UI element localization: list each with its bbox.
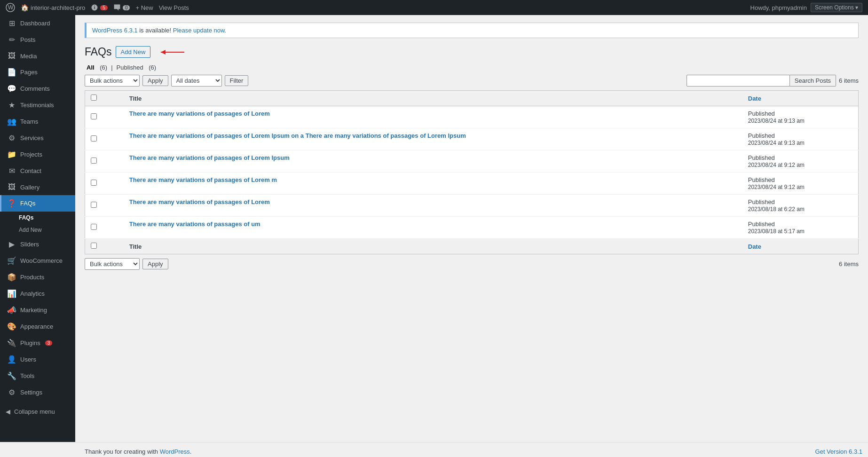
apply-button-top[interactable]: Apply <box>142 75 168 86</box>
please-update-link[interactable]: Please update now. <box>173 27 226 34</box>
sidebar-item-label: Gallery <box>20 184 39 191</box>
comments-menu[interactable]: 0 <box>113 4 130 11</box>
row-status: Published <box>748 198 775 205</box>
posts-table: Title Date There are many variations of … <box>85 90 859 254</box>
row-title-link[interactable]: There are many variations of passages of… <box>129 176 277 183</box>
red-arrow-annotation <box>156 47 189 57</box>
sidebar-item-sliders[interactable]: ▶ Sliders <box>0 236 75 252</box>
sidebar-item-comments[interactable]: 💬 Comments <box>0 80 75 97</box>
bulk-actions-select-bottom[interactable]: Bulk actions Move to Trash <box>85 258 140 270</box>
row-date-cell: Published 2023/08/18 at 5:17 am <box>742 217 859 239</box>
tablenav-bottom: Bulk actions Move to Trash Apply 6 items <box>85 258 859 270</box>
row-title-link[interactable]: There are many variations of passages of… <box>129 132 466 139</box>
sidebar-item-products[interactable]: 📦 Products <box>0 269 75 285</box>
collapse-icon: ◀ <box>6 408 10 415</box>
row-checkbox[interactable] <box>91 113 97 119</box>
sidebar-item-teams[interactable]: 👥 Teams <box>0 113 75 130</box>
row-date: 2023/08/24 at 9:13 am <box>748 140 805 146</box>
filter-published[interactable]: Published (6) <box>115 64 158 71</box>
row-title-link[interactable]: There are many variations of passages of… <box>129 154 290 161</box>
sidebar-item-label: Analytics <box>20 290 45 297</box>
sidebar-item-users[interactable]: 👤 Users <box>0 351 75 368</box>
row-checkbox-cell <box>85 217 124 239</box>
filter-button[interactable]: Filter <box>225 75 249 86</box>
sidebar-item-marketing[interactable]: 📣 Marketing <box>0 302 75 318</box>
sidebar-item-testimonials[interactable]: ★ Testimonials <box>0 97 75 113</box>
new-content-menu[interactable]: + New <box>135 4 153 11</box>
search-posts-input[interactable] <box>687 75 790 87</box>
sidebar-item-pages[interactable]: 📄 Pages <box>0 64 75 80</box>
sidebar-item-posts[interactable]: ✏ Posts <box>0 32 75 48</box>
row-title-cell: There are many variations of passages of… <box>124 195 742 217</box>
row-title-cell: There are many variations of passages of… <box>124 150 742 173</box>
row-checkbox[interactable] <box>91 202 97 208</box>
row-title-cell: There are many variations of passages of… <box>124 106 742 128</box>
search-posts-button[interactable]: Search Posts <box>790 75 836 87</box>
testimonials-icon: ★ <box>7 101 16 110</box>
sidebar-item-label: Settings <box>20 389 42 396</box>
sidebar-item-label: Users <box>20 356 36 363</box>
sidebar-item-gallery[interactable]: 🖼 Gallery <box>0 179 75 195</box>
sidebar-item-plugins[interactable]: 🔌 Plugins 3 <box>0 335 75 351</box>
wp-logo[interactable]: W <box>6 3 15 12</box>
row-status: Published <box>748 110 775 117</box>
bulk-actions-select-top[interactable]: Bulk actions Move to Trash <box>85 75 140 87</box>
sidebar-item-settings[interactable]: ⚙ Settings <box>0 384 75 401</box>
apply-button-bottom[interactable]: Apply <box>142 259 168 269</box>
footer-wordpress-link[interactable]: WordPress <box>160 448 190 455</box>
sidebar-item-services[interactable]: ⚙ Services <box>0 130 75 146</box>
svg-marker-3 <box>161 50 166 55</box>
row-checkbox[interactable] <box>91 224 97 230</box>
view-posts-link[interactable]: View Posts <box>159 4 189 11</box>
notice-text: is available! <box>138 27 173 34</box>
updates-menu[interactable]: 5 <box>91 4 108 11</box>
th-title[interactable]: Title <box>124 91 742 106</box>
row-checkbox[interactable] <box>91 135 97 142</box>
sidebar-item-dashboard[interactable]: ⊞ Dashboard <box>0 15 75 32</box>
sidebar-subitem-faqs[interactable]: FAQs <box>0 212 75 224</box>
collapse-menu-button[interactable]: ◀ Collapse menu <box>0 404 75 419</box>
th-date-bottom[interactable]: Date <box>742 239 859 254</box>
sidebar-item-media[interactable]: 🖼 Media <box>0 48 75 64</box>
row-title-cell: There are many variations of passages of… <box>124 173 742 195</box>
select-all-checkbox-top[interactable] <box>91 95 97 101</box>
howdy-text: Howdy, phpmyadmin <box>750 4 807 11</box>
row-checkbox-cell <box>85 195 124 217</box>
screen-options-button[interactable]: Screen Options ▾ <box>811 3 862 12</box>
sidebar-item-woocommerce[interactable]: 🛒 WooCommerce <box>0 252 75 269</box>
sidebar-subitem-add-new[interactable]: Add New <box>0 224 75 236</box>
footer-thank-you: Thank you for creating with <box>85 448 160 455</box>
row-date-cell: Published 2023/08/24 at 9:13 am <box>742 128 859 150</box>
th-date[interactable]: Date <box>742 91 859 106</box>
users-icon: 👤 <box>7 355 16 364</box>
sidebar-item-projects[interactable]: 📁 Projects <box>0 146 75 163</box>
sidebar-item-tools[interactable]: 🔧 Tools <box>0 368 75 384</box>
plugins-icon: 🔌 <box>7 339 16 347</box>
site-name[interactable]: 🏠 interior-architect-pro <box>21 4 85 11</box>
sidebar-item-label: Posts <box>20 36 36 43</box>
sidebar-item-appearance[interactable]: 🎨 Appearance <box>0 318 75 335</box>
dates-select[interactable]: All dates August 2023 <box>171 75 222 87</box>
row-date: 2023/08/24 at 9:13 am <box>748 118 805 124</box>
th-title-bottom[interactable]: Title <box>124 239 742 254</box>
tools-icon: 🔧 <box>7 371 16 380</box>
services-icon: ⚙ <box>7 134 16 142</box>
select-all-checkbox-bottom[interactable] <box>91 243 97 249</box>
row-title-link[interactable]: There are many variations of passages of… <box>129 110 270 117</box>
add-new-button[interactable]: Add New <box>116 46 151 58</box>
sidebar-item-faqs[interactable]: ❓ FAQs <box>0 195 75 212</box>
items-count-top: 6 items <box>839 77 859 84</box>
filter-tabs: All (6) | Published (6) <box>85 64 859 71</box>
filter-all[interactable]: All (6) <box>85 64 109 71</box>
row-status: Published <box>748 221 775 228</box>
row-title-link[interactable]: There are many variations of passages of… <box>129 198 270 205</box>
analytics-icon: 📊 <box>7 289 16 298</box>
sidebar-item-analytics[interactable]: 📊 Analytics <box>0 285 75 302</box>
row-title-link[interactable]: There are many variations of passages of… <box>129 221 260 228</box>
footer-version-link[interactable]: Get Version 6.3.1 <box>815 448 862 455</box>
row-checkbox[interactable] <box>91 158 97 164</box>
row-checkbox[interactable] <box>91 180 97 186</box>
wordpress-version-link[interactable]: WordPress 6.3.1 <box>92 27 138 34</box>
sidebar-item-contact[interactable]: ✉ Contact <box>0 163 75 179</box>
faqs-icon: ❓ <box>7 199 16 208</box>
